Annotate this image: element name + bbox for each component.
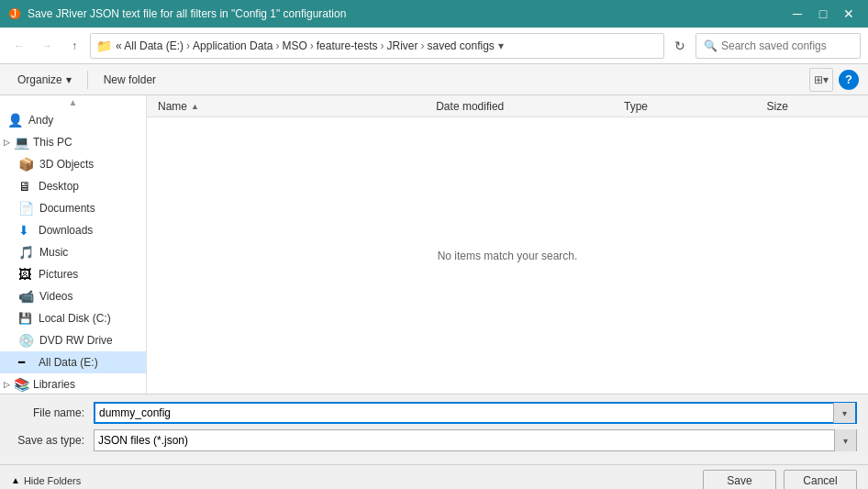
- sidebar-item-3d-objects[interactable]: 📦 3D Objects: [0, 153, 146, 175]
- view-button[interactable]: ⊞ ▾: [809, 68, 833, 92]
- column-header-size[interactable]: Size: [763, 95, 861, 117]
- user-icon: 👤: [7, 113, 23, 128]
- libraries-label: Libraries: [33, 378, 75, 391]
- scroll-up-indicator[interactable]: ▲: [0, 95, 146, 109]
- filename-dropdown-arrow[interactable]: ▾: [833, 403, 855, 423]
- breadcrumb-sep-2: ›: [275, 39, 279, 52]
- empty-message: No items match your search.: [438, 250, 578, 262]
- breadcrumb-sep-1: ›: [186, 39, 190, 52]
- organize-button[interactable]: Organize ▾: [9, 68, 80, 92]
- breadcrumb-sep-5: ›: [420, 39, 424, 52]
- hide-folders-icon: ▲: [11, 475, 20, 485]
- sidebar-item-pictures-label: Pictures: [39, 268, 78, 281]
- sidebar-item-dvd-label: DVD RW Drive: [39, 334, 113, 347]
- expand-icon: ▷: [4, 138, 10, 147]
- title-bar: J Save JRiver JSON text file for all fil…: [0, 0, 868, 28]
- sidebar-item-all-data[interactable]: ━ All Data (E:): [0, 351, 146, 373]
- view-icon: ⊞: [814, 73, 823, 86]
- file-content-area: No items match your search.: [147, 117, 868, 394]
- dialog-title: Save JRiver JSON text file for all filte…: [28, 7, 346, 20]
- app-icon: J: [7, 6, 22, 21]
- organize-label: Organize: [17, 73, 62, 86]
- help-button[interactable]: ?: [839, 70, 859, 90]
- hide-folders-label: Hide Folders: [24, 475, 81, 486]
- column-header-type[interactable]: Type: [620, 95, 763, 117]
- sidebar-item-documents[interactable]: 📄 Documents: [0, 197, 146, 219]
- sidebar-item-all-data-label: All Data (E:): [39, 356, 98, 369]
- col-name-label: Name: [158, 100, 187, 113]
- refresh-button[interactable]: ↻: [668, 34, 692, 58]
- main-area: ▲ 👤 Andy ▷ 💻 This PC 📦 3D Objects 🖥 Desk…: [0, 95, 868, 394]
- saveas-dropdown-arrow[interactable]: ▾: [834, 429, 856, 451]
- breadcrumb-mso: MSO: [282, 39, 306, 52]
- new-folder-label: New folder: [104, 73, 156, 86]
- search-input[interactable]: [721, 39, 852, 52]
- sidebar-item-andy-label: Andy: [28, 114, 53, 127]
- view-arrow-icon: ▾: [823, 73, 829, 86]
- sidebar-item-dvd-rw[interactable]: 💿 DVD RW Drive: [0, 329, 146, 351]
- videos-icon: 📹: [18, 289, 34, 304]
- sidebar-item-videos[interactable]: 📹 Videos: [0, 285, 146, 307]
- window-controls: ─ □ ✕: [785, 2, 861, 26]
- hide-folders-toggle[interactable]: ▲ Hide Folders: [11, 475, 81, 486]
- sidebar-item-andy[interactable]: 👤 Andy: [0, 109, 146, 131]
- sidebar-item-libraries[interactable]: ▷ 📚 Libraries: [0, 373, 146, 394]
- back-button[interactable]: ←: [7, 34, 31, 58]
- sidebar-item-3d-label: 3D Objects: [39, 158, 94, 171]
- saveas-label: Save as type:: [11, 434, 94, 447]
- cancel-button[interactable]: Cancel: [784, 470, 857, 490]
- breadcrumb-saved-configs: saved configs: [427, 39, 494, 52]
- documents-icon: 📄: [18, 201, 34, 216]
- column-header-date[interactable]: Date modified: [432, 95, 620, 117]
- breadcrumb-sep-4: ›: [380, 39, 384, 52]
- up-button[interactable]: ↑: [62, 34, 86, 58]
- sidebar-item-local-disk[interactable]: 💾 Local Disk (C:): [0, 307, 146, 329]
- sidebar-item-downloads[interactable]: ⬇ Downloads: [0, 219, 146, 241]
- 3d-objects-icon: 📦: [18, 157, 34, 172]
- toolbar: Organize ▾ New folder ⊞ ▾ ?: [0, 64, 868, 95]
- search-box: 🔍: [696, 33, 861, 59]
- sidebar-item-desktop[interactable]: 🖥 Desktop: [0, 175, 146, 197]
- col-type-label: Type: [624, 100, 648, 113]
- col-date-label: Date modified: [436, 100, 504, 113]
- minimize-button[interactable]: ─: [785, 2, 809, 26]
- filename-input[interactable]: [95, 404, 833, 422]
- svg-text:J: J: [11, 7, 17, 20]
- footer-buttons: Save Cancel: [703, 470, 857, 490]
- maximize-button[interactable]: □: [811, 2, 835, 26]
- breadcrumb-appdata: Application Data: [193, 39, 273, 52]
- libraries-icon: 📚: [14, 377, 29, 392]
- sidebar-item-documents-label: Documents: [39, 202, 95, 215]
- sidebar-item-music[interactable]: 🎵 Music: [0, 241, 146, 263]
- breadcrumb-feature-tests: feature-tests: [317, 39, 378, 52]
- close-button[interactable]: ✕: [837, 2, 861, 26]
- sidebar-item-desktop-label: Desktop: [39, 180, 79, 193]
- col-sort-arrow: ▲: [191, 102, 199, 111]
- saveas-select[interactable]: JSON files (*.json): [95, 430, 834, 450]
- sidebar-item-music-label: Music: [39, 246, 68, 259]
- new-folder-button[interactable]: New folder: [95, 68, 164, 92]
- this-pc-label: This PC: [33, 136, 72, 149]
- search-icon: 🔍: [704, 39, 718, 52]
- breadcrumb[interactable]: 📁 « All Data (E:) › Application Data › M…: [90, 33, 664, 59]
- local-disk-icon: 💾: [18, 312, 33, 325]
- filename-row: File name: ▾: [11, 402, 857, 424]
- breadcrumb-dropdown-arrow[interactable]: ▾: [498, 39, 504, 52]
- forward-button[interactable]: →: [35, 34, 59, 58]
- toolbar-separator: [87, 71, 88, 89]
- sidebar-item-this-pc[interactable]: ▷ 💻 This PC: [0, 131, 146, 153]
- breadcrumb-all-data: « All Data (E:): [116, 39, 184, 52]
- pictures-icon: 🖼: [18, 267, 33, 282]
- file-area: Name ▲ Date modified Type Size No items …: [147, 95, 868, 394]
- col-size-label: Size: [767, 100, 788, 113]
- dvd-icon: 💿: [18, 333, 34, 348]
- music-icon: 🎵: [18, 245, 34, 260]
- sidebar-item-local-disk-label: Local Disk (C:): [39, 312, 111, 325]
- filename-label: File name:: [11, 406, 94, 419]
- save-button[interactable]: Save: [703, 470, 776, 490]
- sidebar-item-pictures[interactable]: 🖼 Pictures: [0, 263, 146, 285]
- saveas-select-container: JSON files (*.json) ▾: [94, 429, 857, 451]
- column-header-name[interactable]: Name ▲: [154, 95, 432, 117]
- title-bar-left: J Save JRiver JSON text file for all fil…: [7, 6, 346, 21]
- address-bar: ← → ↑ 📁 « All Data (E:) › Application Da…: [0, 28, 868, 64]
